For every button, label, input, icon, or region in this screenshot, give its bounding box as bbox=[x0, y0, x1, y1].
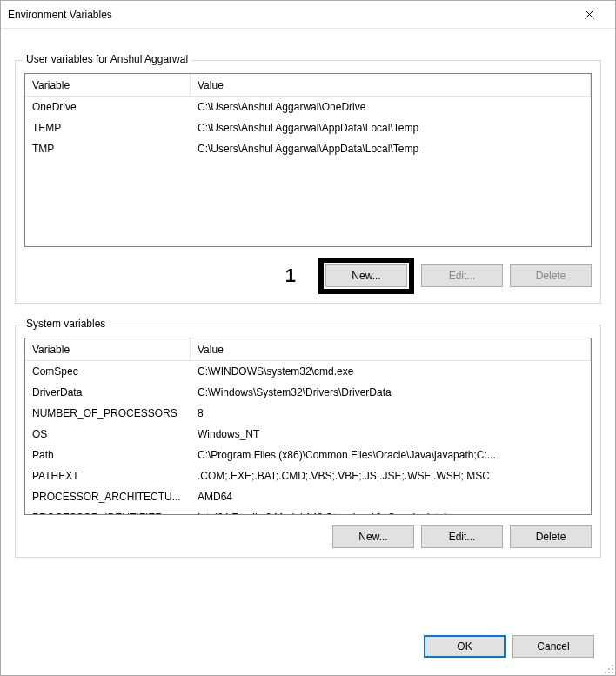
cell-variable: PROCESSOR_IDENTIFIER bbox=[25, 512, 191, 514]
table-row[interactable]: TMPC:\Users\Anshul Aggarwal\AppData\Loca… bbox=[25, 138, 591, 159]
cell-value: 8 bbox=[191, 407, 591, 419]
system-delete-button[interactable]: Delete bbox=[510, 525, 592, 548]
system-variables-group: System variables Variable Value ComSpecC… bbox=[15, 325, 601, 558]
svg-point-0 bbox=[612, 665, 613, 666]
user-variables-group: User variables for Anshul Aggarwal Varia… bbox=[15, 60, 601, 304]
annotation-box: New... bbox=[318, 258, 414, 294]
system-new-button[interactable]: New... bbox=[332, 525, 414, 548]
table-row[interactable]: DriverDataC:\Windows\System32\Drivers\Dr… bbox=[25, 382, 591, 403]
user-delete-button[interactable]: Delete bbox=[510, 264, 592, 287]
system-edit-button[interactable]: Edit... bbox=[421, 525, 503, 548]
cell-variable: OneDrive bbox=[25, 101, 191, 113]
user-variables-table[interactable]: Variable Value OneDriveC:\Users\Anshul A… bbox=[24, 73, 592, 247]
cell-value: Intel64 Family 6 Model 142 Stepping 10, … bbox=[191, 512, 591, 514]
cell-variable: PATHEXT bbox=[25, 470, 191, 482]
cell-variable: Path bbox=[25, 449, 191, 461]
env-vars-dialog: Environment Variables User variables for… bbox=[0, 0, 616, 676]
dialog-footer: OK Cancel bbox=[1, 621, 615, 675]
cell-value: Windows_NT bbox=[191, 428, 591, 440]
svg-point-3 bbox=[605, 672, 606, 673]
system-button-row: New... Edit... Delete bbox=[24, 525, 592, 548]
cell-value: C:\Users\Anshul Aggarwal\AppData\Local\T… bbox=[191, 143, 591, 155]
cell-variable: OS bbox=[25, 428, 191, 440]
annotation-label: 1 bbox=[285, 264, 296, 287]
cell-value: C:\Users\Anshul Aggarwal\AppData\Local\T… bbox=[191, 122, 591, 134]
table-header: Variable Value bbox=[25, 74, 591, 97]
cell-value: C:\Program Files (x86)\Common Files\Orac… bbox=[191, 449, 591, 461]
col-header-variable[interactable]: Variable bbox=[25, 338, 191, 361]
close-icon bbox=[585, 10, 594, 19]
cell-value: C:\Windows\System32\Drivers\DriverData bbox=[191, 386, 591, 398]
col-header-value[interactable]: Value bbox=[191, 74, 591, 97]
cell-value: .COM;.EXE;.BAT;.CMD;.VBS;.VBE;.JS;.JSE;.… bbox=[191, 470, 591, 482]
system-rows: ComSpecC:\WINDOWS\system32\cmd.exeDriver… bbox=[25, 361, 591, 514]
titlebar: Environment Variables bbox=[1, 1, 615, 29]
svg-point-5 bbox=[612, 672, 613, 673]
user-new-button[interactable]: New... bbox=[325, 264, 407, 287]
table-row[interactable]: OSWindows_NT bbox=[25, 424, 591, 445]
dialog-content: User variables for Anshul Aggarwal Varia… bbox=[1, 29, 615, 621]
system-variables-label: System variables bbox=[23, 318, 109, 330]
table-row[interactable]: PROCESSOR_IDENTIFIERIntel64 Family 6 Mod… bbox=[25, 507, 591, 514]
close-button[interactable] bbox=[570, 2, 608, 28]
table-row[interactable]: PROCESSOR_ARCHITECTU...AMD64 bbox=[25, 486, 591, 507]
svg-point-2 bbox=[612, 668, 613, 670]
cell-value: C:\WINDOWS\system32\cmd.exe bbox=[191, 365, 591, 378]
cancel-button[interactable]: Cancel bbox=[512, 635, 594, 658]
cell-variable: TEMP bbox=[25, 122, 191, 134]
table-row[interactable]: NUMBER_OF_PROCESSORS8 bbox=[25, 403, 591, 424]
system-variables-table[interactable]: Variable Value ComSpecC:\WINDOWS\system3… bbox=[24, 338, 592, 515]
resize-grip-icon[interactable] bbox=[602, 662, 614, 674]
cell-value: AMD64 bbox=[191, 491, 591, 503]
cell-variable: NUMBER_OF_PROCESSORS bbox=[25, 407, 191, 419]
table-row[interactable]: PATHEXT.COM;.EXE;.BAT;.CMD;.VBS;.VBE;.JS… bbox=[25, 465, 591, 486]
svg-point-1 bbox=[608, 668, 610, 670]
table-row[interactable]: TEMPC:\Users\Anshul Aggarwal\AppData\Loc… bbox=[25, 117, 591, 138]
table-header: Variable Value bbox=[25, 338, 591, 361]
cell-variable: PROCESSOR_ARCHITECTU... bbox=[25, 491, 191, 503]
window-title: Environment Variables bbox=[8, 9, 570, 21]
col-header-value[interactable]: Value bbox=[191, 338, 591, 361]
cell-variable: ComSpec bbox=[25, 365, 191, 378]
cell-variable: TMP bbox=[25, 143, 191, 155]
user-rows: OneDriveC:\Users\Anshul Aggarwal\OneDriv… bbox=[25, 97, 591, 159]
user-button-row: 1 New... Edit... Delete bbox=[24, 258, 592, 294]
table-row[interactable]: ComSpecC:\WINDOWS\system32\cmd.exe bbox=[25, 361, 591, 382]
cell-value: C:\Users\Anshul Aggarwal\OneDrive bbox=[191, 101, 591, 113]
user-edit-button[interactable]: Edit... bbox=[421, 264, 503, 287]
table-row[interactable]: OneDriveC:\Users\Anshul Aggarwal\OneDriv… bbox=[25, 97, 591, 117]
cell-variable: DriverData bbox=[25, 386, 191, 398]
user-variables-label: User variables for Anshul Aggarwal bbox=[23, 53, 191, 65]
table-row[interactable]: PathC:\Program Files (x86)\Common Files\… bbox=[25, 445, 591, 465]
ok-button[interactable]: OK bbox=[424, 635, 506, 658]
svg-point-4 bbox=[608, 672, 610, 673]
col-header-variable[interactable]: Variable bbox=[25, 74, 191, 97]
